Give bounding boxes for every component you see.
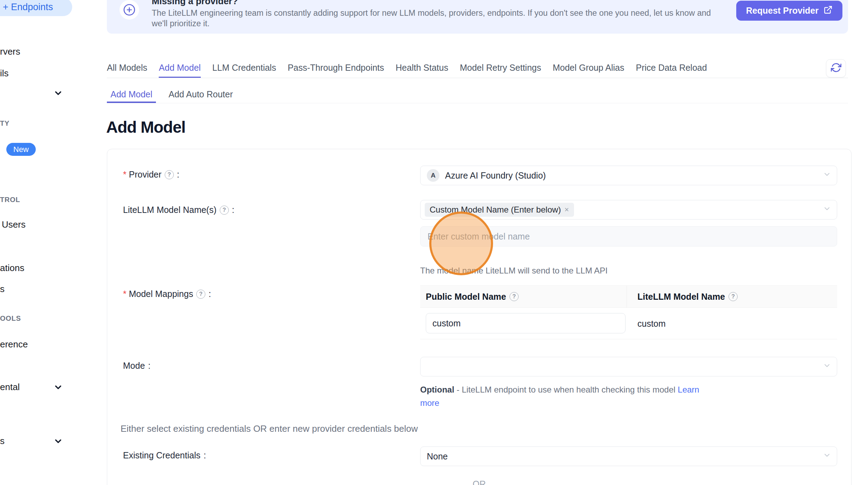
subtab-add-auto-router[interactable]: Add Auto Router (164, 86, 238, 103)
refresh-icon (831, 62, 841, 74)
tab-llm-credentials[interactable]: LLM Credentials (212, 58, 276, 78)
tab-all-models[interactable]: All Models (107, 58, 147, 78)
provider-label: * Provider ? : (123, 169, 179, 180)
chevron-down-icon[interactable] (53, 436, 63, 446)
missing-provider-banner: Missing a provider? The LiteLLM engineer… (107, 0, 848, 34)
required-asterisk: * (123, 169, 127, 180)
mode-select[interactable] (420, 357, 837, 376)
help-icon[interactable]: ? (729, 292, 738, 301)
sidebar-item-experimental[interactable]: ental (0, 382, 20, 393)
existing-credentials-label: Existing Credentials : (123, 450, 206, 460)
help-icon[interactable]: ? (510, 292, 519, 301)
refresh-button[interactable] (826, 59, 846, 77)
chevron-down-icon (823, 361, 831, 372)
chevron-down-icon[interactable] (53, 88, 63, 98)
add-model-subtabs: Add Model Add Auto Router (107, 86, 848, 103)
public-model-name-header: Public Model Name ? (420, 286, 627, 307)
external-link-icon (823, 5, 833, 16)
page-title: Add Model (106, 118, 185, 137)
tab-pass-through-endpoints[interactable]: Pass-Through Endpoints (288, 58, 384, 78)
sidebar-section-label: TY (0, 119, 9, 127)
provider-value: Azure AI Foundry (Studio) (445, 171, 546, 181)
litellm-model-name-header: LiteLLM Model Name ? (627, 286, 837, 307)
sidebar-item-settings[interactable]: s (0, 436, 5, 446)
sidebar-item-teams[interactable]: s (0, 284, 5, 295)
subtab-add-model[interactable]: Add Model (107, 86, 156, 103)
sidebar-item-details[interactable]: ils (0, 68, 9, 79)
help-icon[interactable]: ? (196, 290, 205, 299)
banner-body: The LiteLLM engineering team is constant… (152, 8, 711, 29)
existing-credentials-value: None (427, 451, 448, 462)
or-divider: OR (107, 479, 851, 485)
tab-add-model[interactable]: Add Model (159, 58, 201, 78)
tab-health-status[interactable]: Health Status (396, 58, 448, 78)
sidebar-item-reference[interactable]: erence (0, 339, 28, 350)
model-mappings-label: * Model Mappings ? : (123, 289, 211, 299)
chevron-down-icon (823, 205, 831, 215)
tab-price-data-reload[interactable]: Price Data Reload (636, 58, 707, 78)
existing-credentials-select[interactable]: None (420, 446, 837, 466)
required-asterisk: * (123, 289, 127, 299)
banner-body-line2: we'll prioritize it. (152, 18, 711, 29)
banner-title: Missing a provider? (152, 0, 238, 7)
provider-avatar: A (427, 169, 439, 182)
tab-model-group-alias[interactable]: Model Group Alias (553, 58, 624, 78)
sidebar-item-organizations[interactable]: ations (0, 263, 24, 273)
chevron-down-icon (823, 170, 831, 181)
custom-model-help-text: The model name LiteLLM will send to the … (420, 266, 608, 276)
request-provider-button[interactable]: Request Provider (736, 1, 842, 21)
credentials-note: Either select existing credentials OR en… (121, 423, 418, 434)
model-names-select[interactable]: Custom Model Name (Enter below) × (420, 200, 837, 220)
chevron-down-icon[interactable] (53, 382, 63, 392)
sidebar: + Endpoints rvers ils TY New TROL Users … (0, 0, 74, 485)
tab-model-retry-settings[interactable]: Model Retry Settings (460, 58, 541, 78)
model-name-tag[interactable]: Custom Model Name (Enter below) × (425, 203, 574, 217)
add-model-form-card: * Provider ? : A Azure AI Foundry (Studi… (107, 149, 852, 485)
banner-body-line1: The LiteLLM engineering team is constant… (152, 8, 711, 18)
litellm-admin-page: + Endpoints rvers ils TY New TROL Users … (0, 0, 868, 485)
custom-model-name-input[interactable] (420, 226, 837, 247)
sidebar-item-label: + Endpoints (3, 2, 53, 13)
public-model-name-input[interactable] (426, 313, 626, 333)
sidebar-item-models-endpoints[interactable]: + Endpoints (0, 0, 72, 16)
model-tabs: All Models Add Model LLM Credentials Pas… (107, 58, 848, 78)
sidebar-item-servers[interactable]: rvers (0, 46, 20, 57)
chevron-down-icon (823, 451, 831, 462)
plus-circle-icon (119, 0, 139, 20)
help-icon[interactable]: ? (165, 170, 174, 179)
table-row: custom (420, 308, 837, 339)
mode-help-text: Optional - LiteLLM endpoint to use when … (420, 383, 708, 410)
litellm-model-name-value: custom (637, 308, 666, 339)
request-provider-label: Request Provider (746, 6, 819, 16)
sidebar-section-label: OOLS (0, 314, 21, 323)
model-names-label: LiteLLM Model Name(s) ? : (123, 205, 234, 215)
sidebar-item-users[interactable]: Users (2, 219, 26, 230)
sidebar-section-label: TROL (0, 196, 20, 204)
mode-label: Mode : (123, 361, 151, 371)
close-icon[interactable]: × (565, 205, 569, 214)
model-mappings-header: Public Model Name ? LiteLLM Model Name ? (420, 285, 837, 308)
provider-select[interactable]: A Azure AI Foundry (Studio) (420, 166, 837, 185)
model-mappings-table: Public Model Name ? LiteLLM Model Name ?… (420, 285, 837, 339)
new-badge: New (6, 143, 36, 156)
help-icon[interactable]: ? (220, 206, 229, 215)
